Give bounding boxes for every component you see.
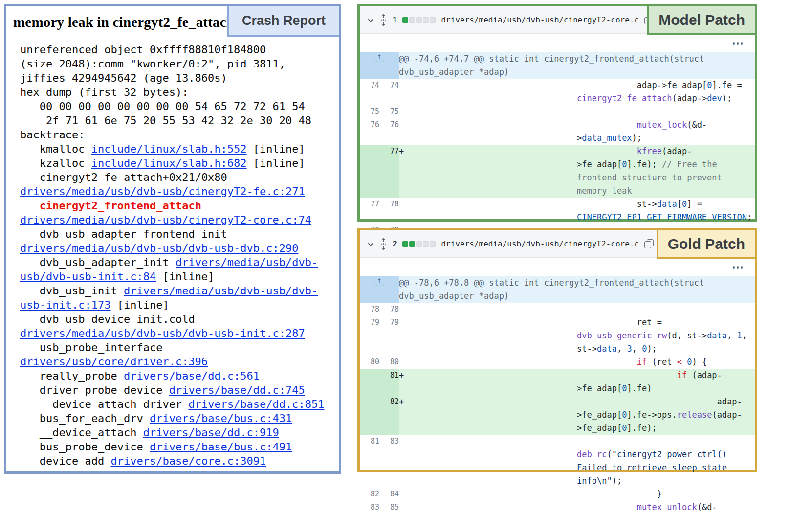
function-name: dvb_usb_init [40, 285, 117, 297]
diff-row: 7878 [360, 303, 755, 316]
source-link[interactable]: drivers/base/bus.c:431 [150, 412, 292, 425]
code-line: st->data[0] = CINERGYT2_EP1_GET_FIRMWARE… [577, 198, 755, 224]
file-name[interactable]: drivers/media/usb/dvb-usb/cinergyT2-core… [441, 15, 639, 24]
hunk-header-text: @@ -78,6 +78,8 @@ static int cinergyt2_f… [399, 276, 755, 303]
chevron-down-icon[interactable] [367, 16, 374, 24]
diff-sign: + [399, 395, 577, 435]
code-line [577, 303, 755, 316]
diffstat-square [430, 241, 436, 247]
chevron-down-icon[interactable] [367, 240, 374, 248]
diff-sign [399, 303, 577, 316]
function-name: __device_attach_driver [40, 398, 182, 410]
inline-tag: [inline] [247, 157, 305, 169]
copy-icon[interactable] [644, 239, 654, 248]
crash-report-body: unreferenced object 0xffff88810f184800(s… [6, 36, 339, 468]
diff-sign [399, 435, 577, 488]
backtrace-frame: cinergyt2_fe_attach+0x21/0x80 drivers/me… [20, 170, 334, 199]
code-line [577, 105, 755, 118]
backtrace-frame: cinergyt2_frontend_attach drivers/media/… [20, 199, 334, 227]
diffstat-square [423, 17, 429, 23]
source-link[interactable]: drivers/base/dd.c:745 [169, 384, 305, 396]
hunk-header-text: @@ -74,6 +74,7 @@ static int cinergyt2_f… [399, 52, 755, 79]
backtrace-frame: dvb_usb_init drivers/media/usb/dvb-usb/d… [20, 284, 334, 312]
code-line: adap->fe_adap[0].fe->ops.release(adap->f… [577, 395, 755, 435]
source-link[interactable]: drivers/usb/core/driver.c:396 [20, 356, 208, 368]
diff-sign [399, 198, 577, 224]
new-line-number: 82 [379, 395, 399, 435]
source-link[interactable]: drivers/base/dd.c:919 [143, 426, 279, 439]
source-link[interactable]: drivers/media/usb/dvb-usb/dvb-usb-dvb.c:… [20, 242, 299, 254]
function-name: bus_probe_device [40, 441, 143, 453]
source-link[interactable]: drivers/base/core.c:3091 [110, 455, 266, 467]
old-line-number: 76 [360, 118, 379, 145]
function-name: cinergyt2_frontend_attach [40, 200, 201, 212]
hunk-header-row: ↑·····@@ -78,6 +78,8 @@ static int ciner… [360, 276, 755, 303]
new-line-number: 76 [379, 118, 399, 145]
source-link[interactable]: drivers/media/usb/dvb-usb/dvb-usb-init.c… [20, 327, 305, 339]
backtrace-frame: driver_probe_device drivers/base/dd.c:74… [20, 383, 334, 397]
new-line-number: 75 [379, 105, 399, 118]
patch-column: 1 drivers/media/usb/dvb-usb/cinergyT2-co… [357, 4, 757, 472]
source-link[interactable]: drivers/media/usb/dvb-usb/cinergyT2-fe.c… [20, 185, 305, 198]
old-line-number: 75 [360, 105, 379, 118]
crash-line: unreferenced object 0xffff88810f184800 [20, 43, 334, 57]
code-line: deb_rc("cinergyt2_power_ctrl() Failed to… [577, 435, 755, 488]
source-link[interactable]: drivers/media/usb/dvb-usb/cinergyT2-core… [20, 214, 311, 226]
kebab-menu-icon[interactable] [732, 265, 744, 269]
backtrace-frame: usb_probe_interface drivers/usb/core/dri… [20, 340, 334, 369]
diff-row: 8183 deb_rc("cinergyt2_power_ctrl() Fail… [360, 435, 755, 488]
source-link[interactable]: include/linux/slab.h:552 [91, 143, 247, 155]
old-line-number: 81 [360, 435, 379, 488]
kebab-menu-icon[interactable] [732, 41, 744, 45]
source-link[interactable]: include/linux/slab.h:682 [91, 157, 247, 169]
diff-sign: + [399, 145, 577, 198]
expand-up-icon[interactable]: ↑····· [374, 279, 385, 287]
source-link[interactable]: drivers/base/bus.c:491 [150, 441, 292, 453]
gold-patch-badge: Gold Patch [657, 230, 755, 259]
backtrace-frame: bus_for_each_drv drivers/base/bus.c:431 [20, 411, 334, 425]
old-line-number [360, 145, 379, 198]
code-line: kfree(adap->fe_adap[0].fe); // Free the … [577, 145, 755, 198]
diff-table: ↑·····@@ -78,6 +78,8 @@ static int ciner… [360, 276, 755, 515]
expand-up-icon[interactable]: ↑····· [374, 55, 385, 63]
page: memory leak in cinergyt2_fe_attach Crash… [0, 0, 812, 515]
new-line-number: 74 [379, 79, 399, 105]
diff-add-row: 77+ kfree(adap->fe_adap[0].fe); // Free … [360, 145, 755, 198]
new-line-number: 84 [379, 488, 399, 501]
diffstat-square [409, 241, 415, 247]
inline-tag: [inline] [247, 143, 305, 155]
diff-add-row: 81+ if (adap->fe_adap[0].fe) [360, 369, 755, 395]
code-line: mutex_unlock(&d->data_mutex); [577, 501, 755, 515]
function-name: device_add [40, 455, 104, 467]
crash-line: jiffies 4294945642 (age 13.860s) [20, 71, 334, 85]
new-line-number: 79 [379, 316, 399, 356]
expand-up-button[interactable]: ↑····· [360, 276, 399, 303]
drag-handle-icon[interactable] [380, 238, 387, 250]
function-name: dvb_usb_adapter_frontend_init [40, 228, 227, 240]
code-line: if (adap->fe_adap[0].fe) [577, 369, 755, 395]
diff-sign [399, 488, 577, 501]
diffstat-icon[interactable] [402, 241, 436, 247]
file-number: 2 [393, 239, 397, 249]
new-line-number: 83 [379, 435, 399, 488]
crash-line: hex dump (first 32 bytes): [20, 85, 334, 99]
expand-up-button[interactable]: ↑····· [360, 52, 399, 79]
diff-row: 8385 mutex_unlock(&d->data_mutex); [360, 501, 755, 515]
function-name: dvb_usb_device_init.cold [40, 313, 195, 325]
inline-tag: [inline] [156, 270, 214, 283]
diff-sign [399, 118, 577, 145]
backtrace-frame: device_add drivers/base/core.c:3091 [20, 454, 334, 468]
diffstat-icon[interactable] [402, 17, 436, 23]
file-number: 1 [393, 15, 397, 25]
new-line-number: 81 [379, 369, 399, 395]
backtrace-frame: __device_attach_driver drivers/base/dd.c… [20, 397, 334, 411]
source-link[interactable]: drivers/base/dd.c:561 [124, 370, 260, 382]
old-line-number: 80 [360, 356, 379, 369]
file-name[interactable]: drivers/media/usb/dvb-usb/cinergyT2-core… [441, 239, 639, 248]
new-line-number: 78 [379, 198, 399, 224]
drag-handle-icon[interactable] [380, 14, 387, 26]
overflow-menu-row [360, 34, 755, 52]
diff-sign [399, 79, 577, 105]
source-link[interactable]: drivers/base/dd.c:851 [188, 398, 324, 410]
crash-line: 00 00 00 00 00 00 00 00 54 65 72 72 61 5… [20, 99, 334, 113]
